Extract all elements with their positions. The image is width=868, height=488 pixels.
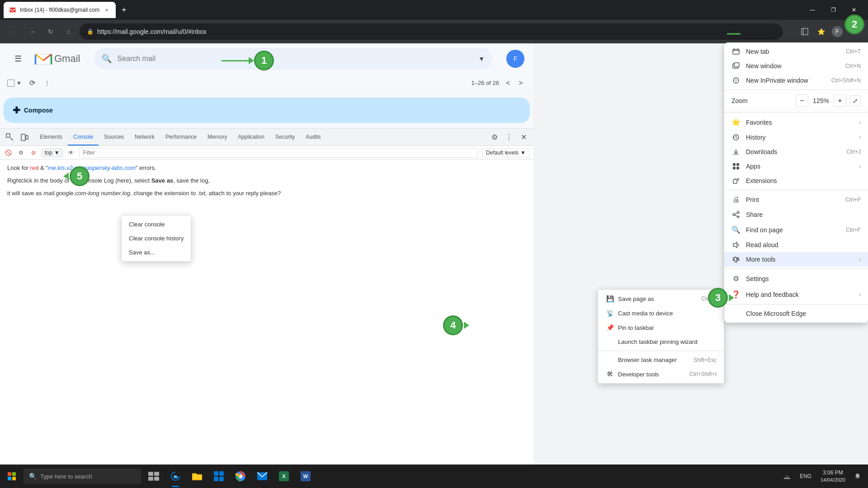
sidebar-icon[interactable] [797,24,812,39]
maximize-button[interactable]: ❐ [823,0,844,20]
favorites-menu-icon: ⭐ [731,118,741,127]
edge-taskbar-icon[interactable] [165,465,186,488]
devtools-label: Developer tools [618,371,686,378]
menu-downloads-label: Downloads [746,148,841,155]
zoom-minus-button[interactable]: − [796,94,808,107]
excel-icon[interactable]: X [273,465,295,488]
new-tab-button[interactable]: + [118,4,130,16]
menu-item-share[interactable]: Share [724,207,868,222]
tab-network[interactable]: Network [129,129,160,145]
menu-item-settings[interactable]: ⚙ Settings [724,271,868,286]
tab-memory[interactable]: Memory [202,129,232,145]
tab-audits[interactable]: Audits [300,129,326,145]
eye-icon[interactable]: 👁 [66,148,75,157]
profile-icon[interactable]: F [830,24,844,39]
menu-item-inprivate[interactable]: New InPrivate window Ctrl+Shift+N [724,73,868,88]
tab-performance[interactable]: Performance [160,129,202,145]
menu-item-more-tools[interactable]: More tools › [724,252,868,267]
no-icon[interactable]: ⊘ [29,148,38,157]
profile-avatar[interactable]: F [506,50,524,68]
prev-page[interactable]: < [503,78,514,89]
menu-item-find[interactable]: 🔍 Find on page Ctrl+F [724,222,868,238]
refresh-button[interactable]: ⟳ [25,76,40,90]
file-explorer-icon[interactable] [186,465,208,488]
home-button[interactable]: ⌂ [61,24,76,39]
submenu-pin[interactable]: 📌 Pin to taskbar [598,320,724,335]
menu-item-close-edge[interactable]: Close Microsoft Edge [724,306,868,321]
menu-item-new-window[interactable]: New window Ctrl+N [724,59,868,73]
search-bar[interactable]: 🔍 Search mail ▼ [94,48,492,70]
system-icons[interactable] [780,465,794,488]
submenu-wizard[interactable]: Launch taskbar pinning wizard [598,335,724,349]
minimize-button[interactable]: — [802,0,823,20]
new-tab-menu-icon [731,48,741,55]
context-save-as[interactable]: Save as... [122,245,191,259]
menu-item-read-aloud[interactable]: Read aloud [724,238,868,252]
menu-item-extensions[interactable]: Extensions [724,174,868,188]
filter-input[interactable] [79,148,478,158]
clear-console-icon[interactable]: 🚫 [4,148,13,157]
refresh-button[interactable]: ↻ [43,24,58,39]
device-mode-icon[interactable] [18,131,31,144]
menu-item-downloads[interactable]: Downloads Ctrl+J [724,145,868,159]
levels-select[interactable]: Default levels ▼ [482,148,530,157]
menu-share-label: Share [746,211,861,218]
submenu-cast[interactable]: 📡 Cast media to device [598,306,724,320]
tab-elements[interactable]: Elements [34,129,68,145]
wizard-label: Launch taskbar pinning wizard [618,338,717,345]
word-icon[interactable]: W [295,465,316,488]
zoom-plus-button[interactable]: + [834,94,846,107]
svg-point-36 [737,211,739,213]
forward-button[interactable]: → [25,24,40,39]
devtools-settings-icon[interactable]: ⚙ [488,131,501,144]
context-clear-console[interactable]: Clear console [122,217,191,231]
back-button[interactable]: ← [7,24,22,39]
menu-item-apps[interactable]: Apps › [724,159,868,174]
submenu-save-page[interactable]: 💾 Save page as Ctrl+S [598,291,724,306]
zoom-fullscreen-button[interactable]: ⤢ [850,95,861,106]
submenu-devtools[interactable]: 🛠 Developer tools Ctrl+Shift+I [598,367,724,381]
inspect-element-icon[interactable] [4,131,16,144]
svg-rect-31 [733,163,736,166]
taskbar-search[interactable]: 🔍 Type here to search [24,469,141,484]
menu-item-help[interactable]: ❓ Help and feedback › [724,286,868,302]
tab-title: Inbox (14) - fl00dkas@gmail.com [20,7,99,13]
tab-security[interactable]: Security [270,129,300,145]
tab-console[interactable]: Console [68,129,99,145]
lock-icon: 🔒 [87,28,94,35]
store-icon[interactable] [208,465,230,488]
search-dropdown-icon[interactable]: ▼ [478,55,485,62]
start-button[interactable] [0,465,24,488]
hamburger-menu[interactable]: ☰ [9,50,27,68]
task-view-button[interactable] [143,465,165,488]
menu-item-print[interactable]: 🖨 Print Ctrl+P [724,192,868,207]
menu-item-new-tab[interactable]: New tab Ctrl+T [724,44,868,59]
menu-item-history[interactable]: History › [724,130,868,145]
select-all-checkbox[interactable] [7,80,14,87]
tab-application[interactable]: Application [232,129,270,145]
devtools-more-icon[interactable]: ⋮ [503,131,515,144]
chrome-icon[interactable] [230,465,251,488]
url-bar[interactable]: 🔒 https://mail.google.com/mail/u/0/#inbo… [80,23,783,40]
language-indicator[interactable]: ENG [796,465,815,488]
devtools-close-icon[interactable]: ✕ [517,131,530,144]
zoom-row: Zoom − 125% + ⤢ [724,92,868,110]
next-page[interactable]: > [515,78,526,89]
svg-rect-16 [219,471,224,476]
menu-item-favorites[interactable]: ⭐ Favorites › [724,114,868,130]
active-tab[interactable]: Inbox (14) - fl00dkas@gmail.com ✕ [4,2,116,18]
context-selector[interactable]: top ▼ [42,148,63,157]
submenu-task-manager[interactable]: Browser task manager Shift+Esc [598,353,724,367]
favorites-icon[interactable]: ⭐ [814,24,828,39]
close-tab-button[interactable]: ✕ [103,6,110,14]
notification-icon[interactable] [851,465,864,488]
checkbox-dropdown[interactable]: ▼ [16,80,22,86]
search-placeholder: Search mail [117,55,473,63]
devtools-controls: ⚙ ⋮ ✕ [488,131,530,144]
compose-button[interactable]: ✚ Compose [4,98,530,123]
more-options-button[interactable]: ⋮ [40,76,54,90]
tab-sources[interactable]: Sources [99,129,129,145]
console-settings-icon[interactable]: ⚙ [16,148,25,157]
context-clear-history[interactable]: Clear console history [122,231,191,245]
mail-icon[interactable] [251,465,273,488]
